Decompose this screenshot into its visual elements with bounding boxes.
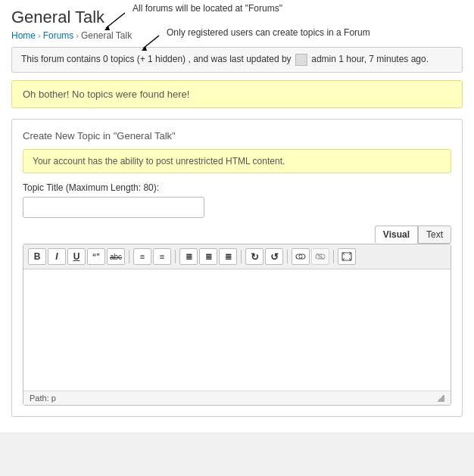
ordered-list-button[interactable]: ≡ (153, 248, 171, 265)
align-right-button[interactable]: ≣ (219, 248, 237, 265)
annotation-registered: Only registered users can create topics … (140, 27, 370, 53)
breadcrumb-home[interactable]: Home (11, 30, 36, 41)
unordered-list-button[interactable]: ≡ (133, 248, 151, 265)
strikethrough-button[interactable]: abc (107, 248, 125, 265)
editor-toolbar: B I U “” abc ≡ ≡ ≣ ≣ ≣ ↻ ↺ (23, 244, 451, 269)
fullscreen-button[interactable] (338, 248, 356, 265)
html-notice: Your account has the ability to post unr… (23, 149, 451, 173)
create-topic-box: Create New Topic in "General Talk" Your … (11, 119, 463, 417)
align-left-button[interactable]: ≣ (179, 248, 198, 265)
breadcrumb-current: General Talk (81, 30, 132, 41)
fullscreen-icon (341, 252, 352, 261)
no-topics-bar: Oh bother! No topics were found here! (11, 80, 463, 108)
italic-button[interactable]: I (48, 248, 66, 265)
unlink-icon (315, 252, 326, 261)
undo-button[interactable]: ↻ (245, 248, 264, 265)
info-text-middle: , and was last updated by (188, 54, 293, 64)
info-text-before: This forum contains 0 topics (21, 54, 137, 64)
bold-button[interactable]: B (28, 248, 46, 265)
create-topic-section-title: Create New Topic in "General Talk" (23, 130, 451, 142)
link-icon (295, 252, 306, 261)
no-topics-message: Oh bother! No topics were found here! (23, 89, 189, 100)
info-time: 1 hour, 7 minutes ago. (338, 54, 429, 64)
resize-handle[interactable] (437, 394, 444, 402)
separator-4 (287, 250, 288, 263)
separator-5 (333, 250, 334, 263)
topic-title-input[interactable] (23, 197, 204, 218)
page-wrapper: General Talk All forums will be located … (0, 0, 474, 432)
editor-path-bar: Path: p (23, 390, 451, 405)
arrow-icon (102, 9, 133, 32)
blockquote-button[interactable]: “” (87, 248, 105, 265)
editor-tabs: Visual Text (23, 226, 451, 244)
editor-content[interactable] (23, 269, 451, 390)
link-button[interactable] (292, 248, 310, 265)
separator-1 (129, 250, 129, 263)
info-hidden-count: (+ 1 hidden) (137, 54, 186, 64)
separator-2: › (76, 31, 79, 40)
separator-2 (175, 250, 176, 263)
redo-button[interactable]: ↺ (265, 248, 283, 265)
tab-visual[interactable]: Visual (375, 226, 418, 244)
separator-3 (241, 250, 242, 263)
topic-title-field-group: Topic Title (Maximum Length: 80): (23, 182, 451, 218)
separator-1: › (38, 31, 41, 40)
breadcrumb-area: Home › Forums › General Talk Only regist… (11, 30, 463, 41)
svg-line-0 (106, 13, 125, 28)
tab-text[interactable]: Text (418, 226, 451, 244)
title-area: General Talk All forums will be located … (11, 8, 463, 27)
editor-path-text: Path: p (30, 394, 56, 403)
info-user: admin (311, 54, 336, 64)
unlink-button[interactable] (311, 248, 329, 265)
arrow-icon-2 (140, 32, 167, 53)
underline-button[interactable]: U (67, 248, 86, 265)
avatar (295, 54, 307, 66)
topic-title-label: Topic Title (Maximum Length: 80): (23, 182, 451, 193)
align-center-button[interactable]: ≣ (199, 248, 217, 265)
breadcrumb-forums[interactable]: Forums (43, 30, 74, 41)
editor-wrapper: B I U “” abc ≡ ≡ ≣ ≣ ≣ ↻ ↺ (23, 244, 451, 406)
